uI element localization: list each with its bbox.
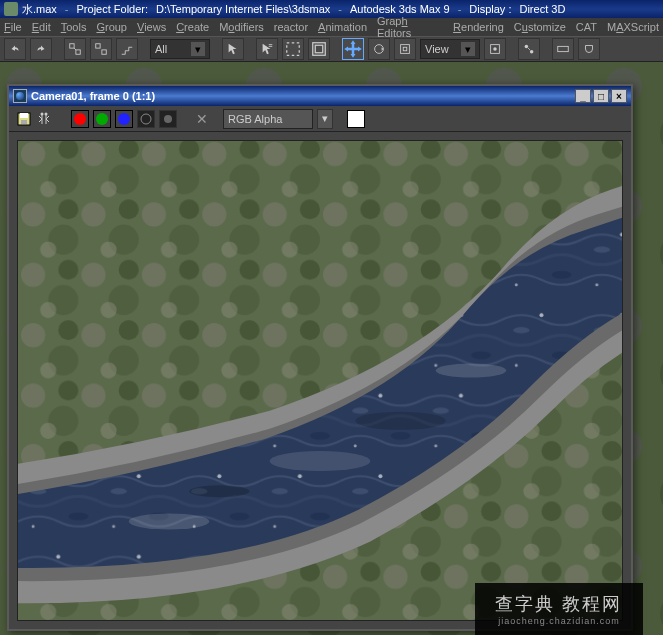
save-image-button[interactable] xyxy=(15,110,33,128)
watermark-main: 查字典 教程网 xyxy=(495,592,622,616)
folder-label: Project Folder: xyxy=(77,3,149,15)
color-swatch[interactable] xyxy=(347,110,365,128)
separator: - xyxy=(458,3,462,15)
select-rotate-button[interactable] xyxy=(368,38,390,60)
svg-rect-3 xyxy=(96,44,100,48)
svg-line-17 xyxy=(528,48,530,50)
svg-line-2 xyxy=(74,48,76,50)
viewport-area: Camera01, frame 0 (1:1) _ □ × ✕ RGB Alph… xyxy=(0,62,663,635)
svg-point-24 xyxy=(141,114,151,124)
bind-button[interactable] xyxy=(116,38,138,60)
svg-point-37 xyxy=(129,513,210,529)
select-by-name-button[interactable] xyxy=(256,38,278,60)
redo-button[interactable] xyxy=(30,38,52,60)
svg-point-22 xyxy=(41,112,44,115)
svg-rect-20 xyxy=(20,113,28,118)
svg-point-39 xyxy=(436,363,506,377)
folder-path: D:\Temporary Internet Files\3dsmax xyxy=(156,3,330,15)
alpha-channel-button[interactable] xyxy=(137,110,155,128)
menu-tools[interactable]: Tools xyxy=(61,21,87,33)
filename: 水.max xyxy=(22,2,57,17)
svg-rect-11 xyxy=(401,45,410,54)
svg-point-38 xyxy=(270,451,371,471)
menu-file[interactable]: File xyxy=(4,21,22,33)
unlink-button[interactable] xyxy=(90,38,112,60)
select-region-button[interactable] xyxy=(282,38,304,60)
svg-rect-4 xyxy=(102,50,106,54)
undo-button[interactable] xyxy=(4,38,26,60)
minimize-button[interactable]: _ xyxy=(575,89,591,103)
window-crossing-button[interactable] xyxy=(308,38,330,60)
menu-create[interactable]: Create xyxy=(176,21,209,33)
app-icon xyxy=(4,2,18,16)
svg-rect-1 xyxy=(76,50,80,54)
menu-rendering[interactable]: Rendering xyxy=(453,21,504,33)
menu-reactor[interactable]: reactor xyxy=(274,21,308,33)
render-window-title: Camera01, frame 0 (1:1) xyxy=(31,90,155,102)
menu-graph-editors[interactable]: Graph Editors xyxy=(377,15,443,39)
menu-maxscript[interactable]: MAXScript xyxy=(607,21,659,33)
reference-system-value: View xyxy=(425,43,449,55)
snap-toggle-button[interactable] xyxy=(578,38,600,60)
blue-channel-button[interactable] xyxy=(115,110,133,128)
render-window-icon xyxy=(13,89,27,103)
reference-system-dropdown[interactable]: View ▾ xyxy=(420,39,480,59)
dropdown-arrow-icon: ▾ xyxy=(461,42,475,56)
menu-animation[interactable]: Animation xyxy=(318,21,367,33)
svg-rect-12 xyxy=(403,47,407,51)
menu-customize[interactable]: Customize xyxy=(514,21,566,33)
svg-point-41 xyxy=(355,412,446,430)
clear-button[interactable]: ✕ xyxy=(193,110,211,128)
select-scale-button[interactable] xyxy=(394,38,416,60)
channel-dropdown[interactable]: RGB Alpha xyxy=(223,109,313,129)
selection-filter-value: All xyxy=(155,43,167,55)
menu-cat[interactable]: CAT xyxy=(576,21,597,33)
display-label: Display : xyxy=(469,3,511,15)
display-mode: Direct 3D xyxy=(519,3,565,15)
green-channel-button[interactable] xyxy=(93,110,111,128)
menu-modifiers[interactable]: Modifiers xyxy=(219,21,264,33)
svg-rect-21 xyxy=(21,120,27,124)
use-pivot-button[interactable] xyxy=(484,38,506,60)
menubar: File Edit Tools Group Views Create Modif… xyxy=(0,18,663,36)
main-toolbar: All ▾ View ▾ xyxy=(0,36,663,62)
svg-point-14 xyxy=(493,47,497,51)
svg-point-23 xyxy=(45,112,48,115)
maximize-button[interactable]: □ xyxy=(593,89,609,103)
render-window-titlebar[interactable]: Camera01, frame 0 (1:1) _ □ × xyxy=(9,86,631,106)
svg-rect-7 xyxy=(287,43,300,56)
separator: - xyxy=(338,3,342,15)
selection-filter-dropdown[interactable]: All ▾ xyxy=(150,39,210,59)
rendered-image[interactable] xyxy=(17,140,623,621)
render-content-area xyxy=(9,132,631,629)
svg-point-40 xyxy=(189,485,249,497)
render-frame-window: Camera01, frame 0 (1:1) _ □ × ✕ RGB Alph… xyxy=(7,84,633,631)
menu-edit[interactable]: Edit xyxy=(32,21,51,33)
svg-rect-18 xyxy=(558,46,569,51)
render-toolbar: ✕ RGB Alpha ▾ xyxy=(9,106,631,132)
select-object-button[interactable] xyxy=(222,38,244,60)
separator: - xyxy=(65,3,69,15)
menu-group[interactable]: Group xyxy=(96,21,127,33)
app-titlebar: 水.max - Project Folder: D:\Temporary Int… xyxy=(0,0,663,18)
svg-point-16 xyxy=(530,50,534,54)
app-name: Autodesk 3ds Max 9 xyxy=(350,3,450,15)
manipulate-button[interactable] xyxy=(518,38,540,60)
channel-value: RGB Alpha xyxy=(228,113,282,125)
watermark-sub: jiaocheng.chazidian.com xyxy=(498,616,620,626)
mono-channel-button[interactable] xyxy=(159,110,177,128)
svg-point-15 xyxy=(525,45,529,49)
link-button[interactable] xyxy=(64,38,86,60)
channel-dropdown-arrow[interactable]: ▾ xyxy=(317,109,333,129)
red-channel-button[interactable] xyxy=(71,110,89,128)
menu-views[interactable]: Views xyxy=(137,21,166,33)
keyboard-shortcut-button[interactable] xyxy=(552,38,574,60)
clone-window-button[interactable] xyxy=(37,110,57,128)
dropdown-arrow-icon: ▾ xyxy=(191,42,205,56)
select-move-button[interactable] xyxy=(342,38,364,60)
svg-rect-0 xyxy=(70,44,74,48)
svg-point-25 xyxy=(164,115,172,123)
svg-rect-9 xyxy=(315,45,323,53)
close-button[interactable]: × xyxy=(611,89,627,103)
watermark: 查字典 教程网 jiaocheng.chazidian.com xyxy=(475,583,643,635)
